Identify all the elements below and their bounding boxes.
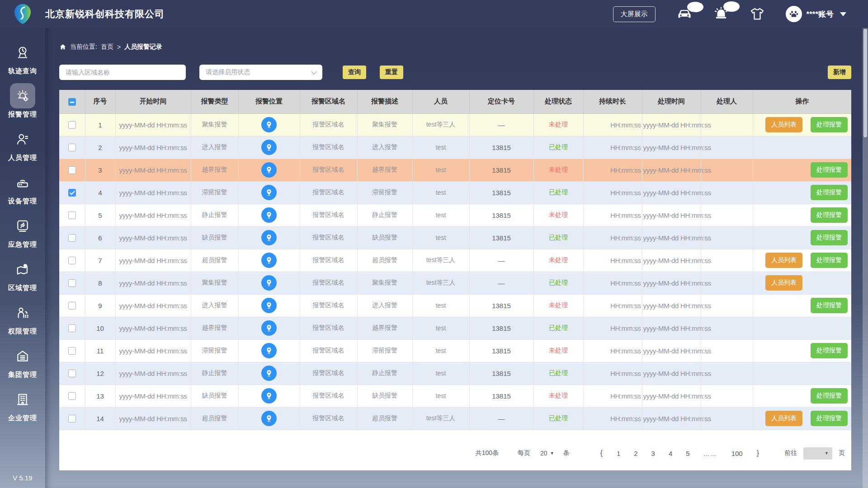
person-list-button[interactable]: 人员列表 <box>765 253 802 268</box>
area-name-input[interactable] <box>59 65 186 80</box>
sidebar-item-alarm-manage[interactable]: 报警管理 <box>8 83 37 119</box>
location-pin-icon[interactable] <box>261 388 277 404</box>
table-row: 8yyyy-MM-dd HH:mm:ss聚集报警报警区域名聚集报警test等三人… <box>59 272 851 294</box>
location-pin-icon[interactable] <box>261 117 277 132</box>
location-pin-icon[interactable] <box>261 298 277 313</box>
account-menu[interactable]: ****账号 <box>786 6 846 22</box>
location-pin-icon[interactable] <box>261 162 277 178</box>
location-pin-icon[interactable] <box>261 411 277 426</box>
page-number[interactable]: 2 <box>634 450 637 457</box>
handle-alarm-button[interactable]: 处理报警 <box>811 343 848 358</box>
row-checkbox[interactable] <box>68 370 76 377</box>
handle-alarm-button[interactable]: 处理报警 <box>811 253 848 268</box>
cell-status: 未处理 <box>533 385 583 407</box>
page-number[interactable]: 3 <box>651 450 655 457</box>
sidebar-item-track-query[interactable]: 轨迹查询 <box>8 40 37 75</box>
page-number[interactable]: 100 <box>731 450 743 457</box>
handle-alarm-button[interactable]: 处理报警 <box>811 185 848 200</box>
prev-page-button[interactable]: { <box>600 449 603 457</box>
row-checkbox[interactable] <box>68 211 76 219</box>
cell-card-no: — <box>469 407 533 430</box>
cell-actions: 处理报警 <box>753 204 851 226</box>
page-ellipsis: …… <box>703 450 718 457</box>
sidebar-item-group-manage[interactable]: 集团管理 <box>8 343 37 379</box>
row-select-cell <box>59 272 85 294</box>
row-checkbox[interactable] <box>68 144 76 151</box>
row-checkbox[interactable] <box>68 302 76 310</box>
cell-index: 14 <box>85 407 115 430</box>
col-handle-time: 处理时间 <box>642 90 701 113</box>
location-pin-icon[interactable] <box>261 230 277 245</box>
col-alarm-position: 报警位置 <box>238 90 300 113</box>
location-pin-icon[interactable] <box>261 207 277 223</box>
row-checkbox[interactable] <box>68 324 76 332</box>
status-badge: 已处理 <box>549 369 568 376</box>
row-checkbox[interactable] <box>68 279 76 287</box>
table-row: 14yyyy-MM-dd HH:mm:ss超员报警报警区域名超员报警test等三… <box>59 407 851 430</box>
select-all-checkbox[interactable] <box>68 98 76 106</box>
row-checkbox[interactable] <box>68 392 76 400</box>
cell-alarm-position <box>238 294 300 317</box>
vehicle-icon[interactable] <box>676 7 693 21</box>
goto-page-select[interactable]: ▼ <box>803 447 832 460</box>
row-checkbox[interactable] <box>68 257 76 264</box>
person-list-button[interactable]: 人员列表 <box>765 411 802 426</box>
row-checkbox[interactable] <box>68 166 76 174</box>
page-number[interactable]: 5 <box>686 450 689 457</box>
status-select[interactable]: 请选择启用状态 <box>199 65 322 80</box>
handle-alarm-button[interactable]: 处理报警 <box>811 411 848 426</box>
cell-alarm-type: 缺员报警 <box>191 385 238 407</box>
sidebar-item-enterprise-manage[interactable]: 企业管理 <box>8 387 37 422</box>
big-screen-button[interactable]: 大屏展示 <box>613 6 656 22</box>
page-number[interactable]: 4 <box>669 450 672 457</box>
handle-alarm-button[interactable]: 处理报警 <box>811 162 848 178</box>
cell-start-time: yyyy-MM-dd HH:mm:ss <box>115 294 191 317</box>
location-pin-icon[interactable] <box>261 140 277 155</box>
cell-index: 3 <box>85 159 115 181</box>
scrollbar-thumb[interactable] <box>863 29 867 137</box>
cell-handle-time: yyyy-MM-dd HH:mm:ss <box>642 226 701 249</box>
col-alarm-type: 报警类型 <box>191 90 238 113</box>
row-checkbox[interactable] <box>68 347 76 355</box>
per-page-select[interactable]: 20 ▼ <box>540 450 554 457</box>
cell-description: 超员报警 <box>357 407 412 430</box>
handle-alarm-button[interactable]: 处理报警 <box>811 117 848 132</box>
person-list-button[interactable]: 人员列表 <box>765 117 802 132</box>
sidebar-item-device-manage[interactable]: 设备管理 <box>8 170 37 206</box>
row-checkbox[interactable] <box>68 189 76 197</box>
sidebar-item-emergency-manage[interactable]: 应急管理 <box>8 213 37 249</box>
col-card-no: 定位卡号 <box>469 90 533 113</box>
next-page-button[interactable]: } <box>757 449 759 457</box>
location-pin-icon[interactable] <box>261 320 277 336</box>
query-button[interactable]: 查询 <box>343 66 366 79</box>
clothing-icon[interactable] <box>750 7 765 21</box>
handle-alarm-button[interactable]: 处理报警 <box>811 207 848 223</box>
person-list-button[interactable]: 人员列表 <box>765 275 802 291</box>
cell-index: 6 <box>85 226 115 249</box>
page-number[interactable]: 1 <box>617 450 620 457</box>
cell-duration: HH:mm:ss <box>583 226 642 249</box>
cell-area-name: 报警区域名 <box>300 362 357 385</box>
alarm-bell-icon[interactable] <box>713 7 729 21</box>
location-pin-icon[interactable] <box>261 185 277 200</box>
location-pin-icon[interactable] <box>261 343 277 358</box>
window-scrollbar[interactable] <box>863 28 868 488</box>
handle-alarm-button[interactable]: 处理报警 <box>811 230 848 245</box>
sidebar-item-permission-manage[interactable]: 权限管理 <box>8 300 37 336</box>
sidebar-item-region-manage[interactable]: 区域管理 <box>8 257 37 292</box>
reset-button[interactable]: 重置 <box>380 66 403 79</box>
add-button[interactable]: 新增 <box>828 66 851 79</box>
row-checkbox[interactable] <box>68 415 76 422</box>
handle-alarm-button[interactable]: 处理报警 <box>811 388 848 404</box>
location-pin-icon[interactable] <box>261 275 277 291</box>
breadcrumb-separator: > <box>117 43 121 51</box>
row-checkbox[interactable] <box>68 234 76 242</box>
handle-alarm-button[interactable]: 处理报警 <box>811 298 848 313</box>
sidebar-item-personnel-manage[interactable]: 人员管理 <box>8 127 37 162</box>
table-body: 1yyyy-MM-dd HH:mm:ss聚集报警报警区域名聚集报警test等三人… <box>59 113 851 430</box>
cell-status: 已处理 <box>533 407 583 430</box>
breadcrumb-root[interactable]: 首页 <box>101 43 113 51</box>
location-pin-icon[interactable] <box>261 253 277 268</box>
location-pin-icon[interactable] <box>261 366 277 381</box>
row-checkbox[interactable] <box>68 121 76 129</box>
